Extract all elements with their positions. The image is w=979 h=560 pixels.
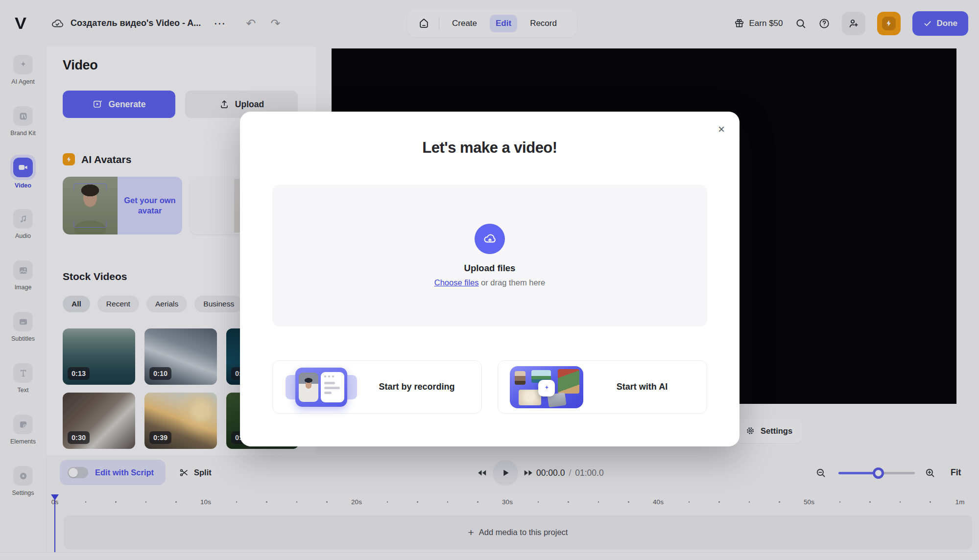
close-icon[interactable]: ×	[716, 121, 727, 137]
modal-options: Start by recording Start with AI	[272, 360, 707, 414]
ai-collage-illustration	[510, 366, 583, 408]
start-by-recording-label: Start by recording	[358, 382, 481, 392]
ai-sparkle-icon	[538, 380, 555, 397]
start-by-recording-card[interactable]: Start by recording	[272, 360, 482, 414]
video-editor-app: V Создатель видео's Video - A... ⋯ ↶ ↷ C…	[0, 0, 979, 560]
lets-make-a-video-modal: × Let's make a video! Upload files Choos…	[240, 112, 740, 446]
recording-illustration	[285, 366, 358, 408]
upload-files-label: Upload files	[464, 263, 516, 274]
start-with-ai-card[interactable]: Start with AI	[498, 360, 707, 414]
script-tile	[321, 372, 344, 402]
webcam-tile	[299, 373, 318, 402]
modal-title: Let's make a video!	[240, 139, 740, 157]
choose-files-link[interactable]: Choose files	[434, 278, 479, 287]
start-with-ai-label: Start with AI	[583, 382, 707, 392]
cloud-upload-icon	[475, 224, 505, 254]
upload-dropzone[interactable]: Upload files Choose files or drag them h…	[272, 185, 707, 327]
upload-hint: Choose files or drag them here	[434, 278, 546, 287]
